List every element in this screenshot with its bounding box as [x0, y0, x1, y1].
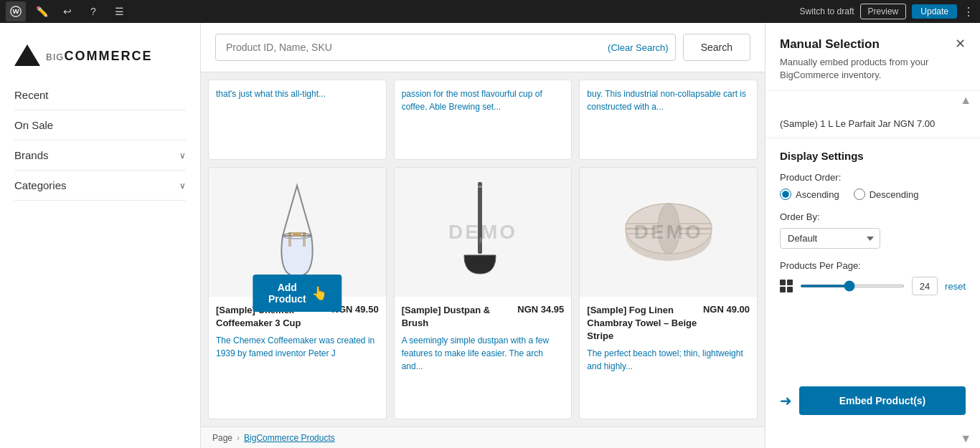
sidebar-item-label: Categories — [14, 179, 67, 191]
sidebar-item-brands[interactable]: Brands ∨ — [14, 140, 186, 171]
product-price: NGN 34.95 — [517, 304, 564, 315]
display-settings: Display Settings Product Order: Ascendin… — [765, 138, 980, 378]
product-card-towel: DEMO DEMO [Sample] Fog Linen Chambray To… — [579, 167, 758, 419]
add-product-label: Add Product — [268, 282, 307, 305]
top-bar-right: Switch to draft Preview Update ⋮ — [800, 4, 974, 19]
sidebar-item-label: On Sale — [14, 119, 53, 131]
clear-search-link[interactable]: (Clear Search) — [608, 42, 669, 53]
wp-top-bar: W ✏️ ↩ ? ☰ Switch to draft Preview Updat… — [0, 0, 980, 23]
svg-marker-2 — [283, 186, 311, 236]
product-info-towel: [Sample] Fog Linen Chambray Towel – Beig… — [580, 297, 757, 381]
add-product-button[interactable]: Add Product 👆 — [253, 275, 341, 312]
logo-triangle — [14, 44, 40, 66]
sidebar: BIGCOMMERCE Recent On Sale Brands ∨ Cate… — [0, 23, 201, 448]
sidebar-item-label: Recent — [14, 89, 49, 101]
sidebar-item-on-sale[interactable]: On Sale — [14, 110, 186, 140]
wp-logo[interactable]: W — [6, 1, 26, 22]
per-page-number: 24 — [912, 277, 938, 295]
search-input[interactable] — [215, 34, 676, 61]
search-input-wrapper: (Clear Search) — [215, 34, 676, 61]
search-button[interactable]: Search — [683, 34, 750, 61]
question-icon[interactable]: ? — [83, 1, 103, 22]
product-image-dustpan: DEMO DEMO — [395, 168, 572, 297]
panel-title-section: Manual Selection Manually embed products… — [780, 37, 948, 82]
grid-cell-1 — [780, 280, 786, 285]
grid-cell-2 — [787, 280, 793, 285]
svg-text:W: W — [12, 7, 19, 15]
product-order-label: Product Order: — [780, 172, 966, 183]
menu-icon[interactable]: ☰ — [109, 1, 129, 22]
grid-cell-3 — [780, 287, 786, 292]
content-wrapper: (Clear Search) Search that's just what t… — [201, 23, 765, 448]
panel-title: Manual Selection — [780, 37, 948, 52]
partial-card-1: that's just what this all-tight... — [208, 80, 387, 160]
per-page-label: Products Per Page: — [780, 260, 966, 271]
sidebar-item-categories[interactable]: Categories ∨ — [14, 171, 186, 201]
sidebar-item-recent[interactable]: Recent — [14, 80, 186, 110]
partial-text-3: buy. This industrial non-collapsable car… — [580, 80, 757, 120]
search-bar: (Clear Search) Search — [201, 23, 765, 72]
demo-watermark-dustpan: DEMO — [448, 221, 517, 244]
more-options-icon[interactable]: ⋮ — [963, 5, 974, 19]
chevron-down-icon: ∨ — [179, 151, 186, 161]
selected-product-item: (Sample) 1 L Le Parfait Jar NGN 7.00 — [780, 118, 935, 129]
product-card-chemex: Add Product 👆 [Sample] Chemex Coffeemake… — [208, 167, 387, 419]
svg-rect-8 — [478, 186, 482, 188]
main-container: BIGCOMMERCE Recent On Sale Brands ∨ Cate… — [0, 23, 980, 448]
selected-products-section: (Sample) 1 L Le Parfait Jar NGN 7.00 — [765, 110, 980, 138]
logo-text: BIGCOMMERCE — [46, 46, 152, 65]
partial-card-2: passion for the most flavourful cup of c… — [394, 80, 573, 160]
logo-commerce: COMMERCE — [64, 49, 152, 63]
per-page-section: Products Per Page: 24 reset — [780, 260, 966, 295]
radio-ascending-input[interactable] — [780, 189, 791, 200]
radio-descending[interactable]: Descending — [854, 189, 919, 200]
product-info-dustpan: [Sample] Dustpan & Brush NGN 34.95 A see… — [395, 297, 572, 380]
order-by-select[interactable]: Default — [780, 228, 880, 249]
per-page-controls: 24 reset — [780, 277, 966, 295]
demo-watermark-towel: DEMO — [634, 221, 703, 244]
product-price: NGN 49.00 — [703, 304, 750, 315]
product-image-towel: DEMO DEMO — [580, 168, 757, 297]
arrow-right-icon: ➜ — [780, 392, 792, 409]
sidebar-item-label: Brands — [14, 149, 49, 161]
breadcrumb-separator: › — [237, 433, 240, 443]
embed-products-button[interactable]: Embed Product(s) — [799, 386, 966, 415]
grid-view-icon — [780, 280, 793, 292]
breadcrumb-link[interactable]: BigCommerce Products — [244, 433, 335, 443]
switch-to-draft[interactable]: Switch to draft — [800, 6, 854, 16]
embed-section: ➜ Embed Product(s) — [765, 378, 980, 429]
panel-scroll-down[interactable]: ▼ — [765, 429, 980, 448]
sidebar-nav: Recent On Sale Brands ∨ Categories ∨ — [0, 80, 200, 434]
chevron-down-icon: ∨ — [179, 181, 186, 191]
radio-ascending[interactable]: Ascending — [780, 189, 839, 200]
preview-button[interactable]: Preview — [860, 4, 907, 19]
product-desc-dustpan: A seemingly simple dustpan with a few fe… — [402, 334, 565, 373]
radio-ascending-label: Ascending — [796, 189, 839, 200]
right-panel: Manual Selection Manually embed products… — [765, 23, 980, 448]
close-panel-button[interactable]: ✕ — [955, 37, 966, 50]
breadcrumb: Page › BigCommerce Products — [201, 426, 765, 448]
bigcommerce-logo: BIGCOMMERCE — [0, 37, 200, 80]
product-name-price-towel: [Sample] Fog Linen Chambray Towel – Beig… — [587, 304, 750, 343]
update-button[interactable]: Update — [912, 4, 957, 19]
panel-desc: Manually embed products from your BigCom… — [780, 56, 948, 82]
product-desc-towel: The perfect beach towel; thin, lightweig… — [587, 347, 750, 373]
panel-scroll-up[interactable]: ▲ — [765, 91, 980, 110]
product-desc-chemex: The Chemex Coffeemaker was created in 19… — [216, 334, 379, 360]
chevron-down-icon: ▼ — [960, 432, 971, 445]
edit-icon[interactable]: ✏️ — [32, 1, 52, 22]
radio-descending-input[interactable] — [854, 189, 865, 200]
breadcrumb-page: Page — [212, 433, 232, 443]
grid-cell-4 — [787, 287, 793, 292]
product-name: [Sample] Fog Linen Chambray Towel – Beig… — [587, 304, 697, 343]
product-name: [Sample] Dustpan & Brush — [402, 304, 512, 330]
content-area: (Clear Search) Search that's just what t… — [201, 23, 765, 448]
per-page-slider[interactable] — [800, 285, 905, 287]
undo-icon[interactable]: ↩ — [57, 1, 77, 22]
product-card-dustpan: DEMO DEMO [Sample] Dustpan & Brush NGN 3… — [394, 167, 573, 419]
reset-link[interactable]: reset — [945, 281, 966, 292]
add-product-overlay: Add Product 👆 — [253, 275, 341, 312]
cursor-icon: 👆 — [311, 285, 327, 301]
chevron-up-icon: ▲ — [960, 94, 971, 107]
products-grid: that's just what this all-tight... passi… — [201, 72, 765, 426]
